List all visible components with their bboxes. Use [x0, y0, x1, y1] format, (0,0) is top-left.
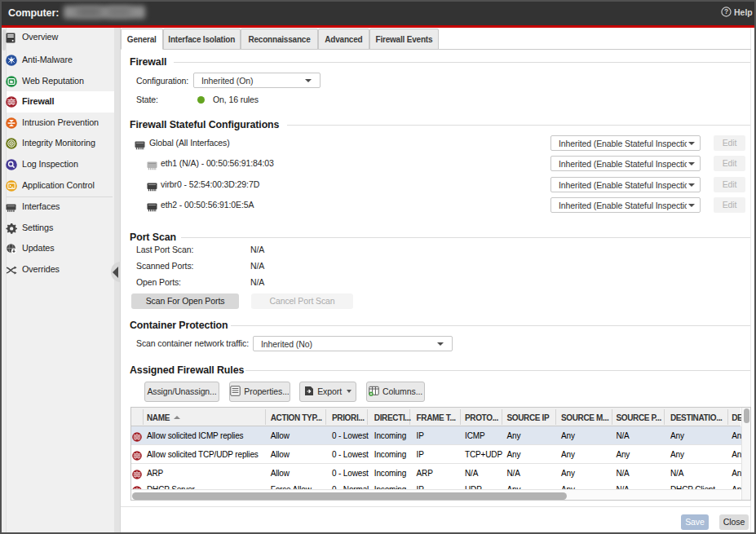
svg-text:?: ?	[724, 7, 728, 15]
